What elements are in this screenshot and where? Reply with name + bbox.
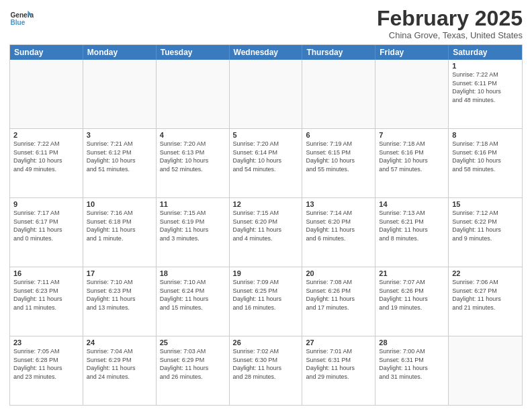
day-number: 7 <box>379 131 445 139</box>
day-detail: Sunrise: 7:05 AM Sunset: 6:28 PM Dayligh… <box>13 347 79 381</box>
header-day-monday: Monday <box>83 45 157 60</box>
cal-cell-empty <box>375 60 449 128</box>
header-day-sunday: Sunday <box>10 45 83 60</box>
cal-cell-day-27: 27Sunrise: 7:01 AM Sunset: 6:31 PM Dayli… <box>302 336 375 405</box>
day-number: 15 <box>452 200 519 208</box>
day-number: 14 <box>379 200 445 208</box>
day-detail: Sunrise: 7:01 AM Sunset: 6:31 PM Dayligh… <box>306 347 371 381</box>
day-detail: Sunrise: 7:12 AM Sunset: 6:22 PM Dayligh… <box>452 209 519 242</box>
cal-cell-day-26: 26Sunrise: 7:02 AM Sunset: 6:30 PM Dayli… <box>230 336 303 405</box>
day-number: 16 <box>13 269 79 277</box>
day-detail: Sunrise: 7:10 AM Sunset: 6:24 PM Dayligh… <box>160 278 226 312</box>
logo-icon: General Blue <box>9 7 34 31</box>
day-number: 10 <box>87 200 152 208</box>
cal-cell-day-7: 7Sunrise: 7:18 AM Sunset: 6:16 PM Daylig… <box>375 129 449 197</box>
day-detail: Sunrise: 7:06 AM Sunset: 6:27 PM Dayligh… <box>452 278 519 312</box>
day-number: 6 <box>306 131 371 139</box>
cal-cell-day-20: 20Sunrise: 7:08 AM Sunset: 6:26 PM Dayli… <box>302 267 375 336</box>
day-detail: Sunrise: 7:11 AM Sunset: 6:23 PM Dayligh… <box>13 278 79 312</box>
day-number: 23 <box>13 338 79 347</box>
day-number: 18 <box>160 269 226 277</box>
cal-cell-day-6: 6Sunrise: 7:19 AM Sunset: 6:15 PM Daylig… <box>302 129 375 197</box>
day-detail: Sunrise: 7:07 AM Sunset: 6:26 PM Dayligh… <box>379 278 445 312</box>
cal-cell-day-19: 19Sunrise: 7:09 AM Sunset: 6:25 PM Dayli… <box>230 267 303 336</box>
day-number: 1 <box>452 62 519 70</box>
calendar-row-0: 1Sunrise: 7:22 AM Sunset: 6:11 PM Daylig… <box>10 60 522 128</box>
title-block: February 2025 China Grove, Texas, United… <box>377 7 523 40</box>
calendar-header: SundayMondayTuesdayWednesdayThursdayFrid… <box>10 45 522 60</box>
day-detail: Sunrise: 7:22 AM Sunset: 6:11 PM Dayligh… <box>13 140 79 173</box>
day-number: 19 <box>233 269 299 277</box>
day-detail: Sunrise: 7:00 AM Sunset: 6:31 PM Dayligh… <box>379 347 445 381</box>
day-number: 22 <box>452 269 519 277</box>
cal-cell-day-14: 14Sunrise: 7:13 AM Sunset: 6:21 PM Dayli… <box>375 198 449 267</box>
header-day-thursday: Thursday <box>302 45 375 60</box>
calendar-row-3: 16Sunrise: 7:11 AM Sunset: 6:23 PM Dayli… <box>10 267 522 336</box>
month-title: February 2025 <box>377 7 523 30</box>
day-detail: Sunrise: 7:02 AM Sunset: 6:30 PM Dayligh… <box>233 347 299 381</box>
day-number: 25 <box>160 338 226 347</box>
day-detail: Sunrise: 7:18 AM Sunset: 6:16 PM Dayligh… <box>452 140 519 173</box>
day-number: 21 <box>379 269 445 277</box>
cal-cell-day-28: 28Sunrise: 7:00 AM Sunset: 6:31 PM Dayli… <box>375 336 449 405</box>
day-detail: Sunrise: 7:14 AM Sunset: 6:20 PM Dayligh… <box>306 209 371 242</box>
header: General Blue February 2025 China Grove, … <box>9 7 523 40</box>
day-detail: Sunrise: 7:19 AM Sunset: 6:15 PM Dayligh… <box>306 140 371 173</box>
calendar-row-4: 23Sunrise: 7:05 AM Sunset: 6:28 PM Dayli… <box>10 336 522 405</box>
cal-cell-empty <box>302 60 375 128</box>
day-detail: Sunrise: 7:09 AM Sunset: 6:25 PM Dayligh… <box>233 278 299 312</box>
cal-cell-day-12: 12Sunrise: 7:15 AM Sunset: 6:20 PM Dayli… <box>230 198 303 267</box>
day-detail: Sunrise: 7:15 AM Sunset: 6:19 PM Dayligh… <box>160 209 226 242</box>
day-number: 28 <box>379 338 445 347</box>
cal-cell-day-23: 23Sunrise: 7:05 AM Sunset: 6:28 PM Dayli… <box>10 336 83 405</box>
day-number: 4 <box>160 131 226 139</box>
cal-cell-empty <box>10 60 83 128</box>
day-number: 2 <box>13 131 79 139</box>
page: General Blue February 2025 China Grove, … <box>0 0 532 411</box>
calendar-row-1: 2Sunrise: 7:22 AM Sunset: 6:11 PM Daylig… <box>10 128 522 197</box>
day-number: 17 <box>87 269 152 277</box>
day-number: 20 <box>306 269 371 277</box>
day-number: 8 <box>452 131 519 139</box>
logo: General Blue <box>9 7 34 31</box>
header-day-wednesday: Wednesday <box>230 45 303 60</box>
header-day-saturday: Saturday <box>449 45 522 60</box>
day-detail: Sunrise: 7:22 AM Sunset: 6:11 PM Dayligh… <box>452 71 519 104</box>
header-day-friday: Friday <box>375 45 449 60</box>
cal-cell-day-10: 10Sunrise: 7:16 AM Sunset: 6:18 PM Dayli… <box>83 198 157 267</box>
cal-cell-day-8: 8Sunrise: 7:18 AM Sunset: 6:16 PM Daylig… <box>449 129 522 197</box>
day-number: 27 <box>306 338 371 347</box>
cal-cell-day-3: 3Sunrise: 7:21 AM Sunset: 6:12 PM Daylig… <box>83 129 157 197</box>
cal-cell-day-25: 25Sunrise: 7:03 AM Sunset: 6:29 PM Dayli… <box>157 336 230 405</box>
cal-cell-day-9: 9Sunrise: 7:17 AM Sunset: 6:17 PM Daylig… <box>10 198 83 267</box>
cal-cell-day-1: 1Sunrise: 7:22 AM Sunset: 6:11 PM Daylig… <box>449 60 522 128</box>
day-detail: Sunrise: 7:20 AM Sunset: 6:13 PM Dayligh… <box>160 140 226 173</box>
day-detail: Sunrise: 7:21 AM Sunset: 6:12 PM Dayligh… <box>87 140 152 173</box>
location: China Grove, Texas, United States <box>377 30 523 40</box>
day-detail: Sunrise: 7:15 AM Sunset: 6:20 PM Dayligh… <box>233 209 299 242</box>
cal-cell-empty <box>449 336 522 405</box>
cal-cell-day-22: 22Sunrise: 7:06 AM Sunset: 6:27 PM Dayli… <box>449 267 522 336</box>
cal-cell-empty <box>83 60 157 128</box>
cal-cell-empty <box>157 60 230 128</box>
day-detail: Sunrise: 7:17 AM Sunset: 6:17 PM Dayligh… <box>13 209 79 242</box>
day-number: 5 <box>233 131 299 139</box>
cal-cell-day-5: 5Sunrise: 7:20 AM Sunset: 6:14 PM Daylig… <box>230 129 303 197</box>
cal-cell-day-4: 4Sunrise: 7:20 AM Sunset: 6:13 PM Daylig… <box>157 129 230 197</box>
cal-cell-day-17: 17Sunrise: 7:10 AM Sunset: 6:23 PM Dayli… <box>83 267 157 336</box>
cal-cell-day-21: 21Sunrise: 7:07 AM Sunset: 6:26 PM Dayli… <box>375 267 449 336</box>
day-number: 11 <box>160 200 226 208</box>
day-detail: Sunrise: 7:20 AM Sunset: 6:14 PM Dayligh… <box>233 140 299 173</box>
day-detail: Sunrise: 7:18 AM Sunset: 6:16 PM Dayligh… <box>379 140 445 173</box>
day-number: 13 <box>306 200 371 208</box>
cal-cell-day-16: 16Sunrise: 7:11 AM Sunset: 6:23 PM Dayli… <box>10 267 83 336</box>
day-detail: Sunrise: 7:08 AM Sunset: 6:26 PM Dayligh… <box>306 278 371 312</box>
day-number: 26 <box>233 338 299 347</box>
calendar-row-2: 9Sunrise: 7:17 AM Sunset: 6:17 PM Daylig… <box>10 197 522 267</box>
cal-cell-day-11: 11Sunrise: 7:15 AM Sunset: 6:19 PM Dayli… <box>157 198 230 267</box>
svg-text:Blue: Blue <box>10 19 25 26</box>
header-day-tuesday: Tuesday <box>157 45 230 60</box>
cal-cell-day-15: 15Sunrise: 7:12 AM Sunset: 6:22 PM Dayli… <box>449 198 522 267</box>
cal-cell-day-18: 18Sunrise: 7:10 AM Sunset: 6:24 PM Dayli… <box>157 267 230 336</box>
day-number: 9 <box>13 200 79 208</box>
